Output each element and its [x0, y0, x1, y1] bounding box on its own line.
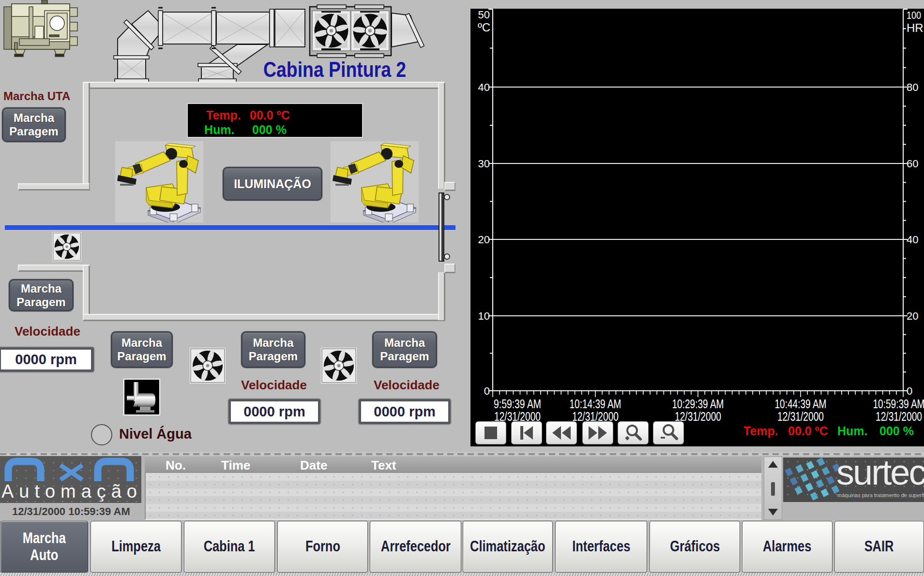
- svg-text:12/31/2000: 12/31/2000: [876, 410, 922, 423]
- svg-text:9:59:39 AM: 9:59:39 AM: [494, 397, 541, 411]
- svg-text:20: 20: [478, 234, 490, 246]
- svg-text:60: 60: [907, 158, 918, 170]
- svg-text:80: 80: [907, 81, 918, 93]
- svg-text:50: 50: [478, 9, 490, 21]
- svg-text:40: 40: [907, 234, 918, 246]
- svg-text:0: 0: [484, 385, 490, 397]
- svg-text:10:44:39 AM: 10:44:39 AM: [775, 397, 827, 411]
- svg-text:0: 0: [907, 385, 912, 397]
- svg-text:Automação: Automação: [1, 481, 137, 502]
- svg-text:10:14:39 AM: 10:14:39 AM: [570, 397, 621, 411]
- svg-text:HR: HR: [907, 21, 924, 34]
- svg-text:10:59:39 AM: 10:59:39 AM: [873, 397, 924, 411]
- svg-text:10: 10: [478, 310, 490, 322]
- svg-text:10:29:39 AM: 10:29:39 AM: [672, 397, 724, 411]
- svg-text:100: 100: [907, 9, 921, 21]
- svg-text:20: 20: [907, 310, 918, 322]
- svg-text:30: 30: [478, 158, 490, 170]
- svg-text:40: 40: [478, 81, 490, 93]
- svg-text:12/31/2000: 12/31/2000: [777, 410, 824, 423]
- svg-text:ºC: ºC: [478, 21, 490, 34]
